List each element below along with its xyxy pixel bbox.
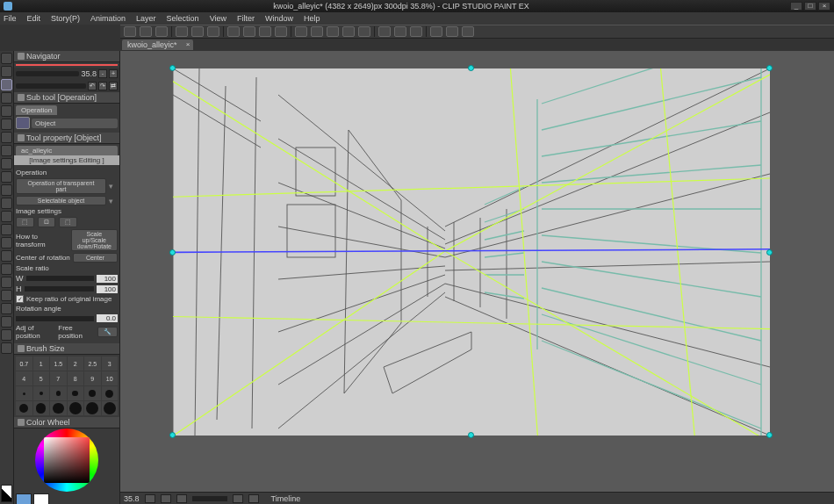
rotation-slider[interactable] xyxy=(16,316,94,321)
toolprop-header[interactable]: Tool property [Object] xyxy=(14,133,119,144)
swatch-bg[interactable] xyxy=(33,493,49,504)
rotate-cw-button[interactable]: ↷ xyxy=(98,82,107,90)
tool-blend-icon[interactable] xyxy=(1,237,12,248)
brush-dot-25[interactable] xyxy=(50,386,67,400)
subtool-tab[interactable]: Operation xyxy=(16,105,57,115)
anchor-c-button[interactable]: ⊡ xyxy=(38,217,55,227)
selectable-object-button[interactable]: Selectable object xyxy=(16,196,106,205)
tool-lasso-icon[interactable] xyxy=(1,132,12,143)
toolbar-zoom-icon[interactable] xyxy=(295,26,307,37)
brush-size-2[interactable]: 2 xyxy=(68,356,84,371)
toolbar-save-icon[interactable] xyxy=(155,26,168,37)
tool-brush-icon[interactable] xyxy=(1,184,12,196)
handle-mr[interactable] xyxy=(766,249,773,256)
toolbar-rec-icon[interactable] xyxy=(430,26,442,37)
brush-size-9[interactable]: 9 xyxy=(84,371,101,385)
tool-marquee-icon[interactable] xyxy=(1,105,12,117)
menu-edit[interactable]: Edit xyxy=(27,14,41,23)
brush-dot-80[interactable] xyxy=(68,401,84,415)
tool-eraser-icon[interactable] xyxy=(1,224,12,235)
subtool-header[interactable]: Sub tool [Operation] xyxy=(14,92,119,104)
handle-bc[interactable] xyxy=(468,432,474,438)
handle-tr[interactable] xyxy=(766,65,773,71)
zoom-in-icon[interactable] xyxy=(161,494,171,503)
fg-bg-swatch[interactable] xyxy=(1,485,12,502)
tool-decoration-icon[interactable] xyxy=(1,211,12,222)
brush-size-1[interactable]: 1 xyxy=(33,356,50,371)
toolbar-rotate-icon[interactable] xyxy=(342,26,355,37)
zoom-slider-bottom[interactable] xyxy=(192,496,227,501)
toolbar-new-icon[interactable] xyxy=(124,26,136,37)
handle-ml[interactable] xyxy=(169,249,176,256)
toolbar-help-icon[interactable] xyxy=(462,26,474,37)
handle-bl[interactable] xyxy=(169,432,176,438)
tool-eyedropper-icon[interactable] xyxy=(1,145,12,156)
brush-dot-35[interactable] xyxy=(84,386,101,400)
zoom-in-button[interactable]: + xyxy=(109,69,118,78)
toolbar-open-icon[interactable] xyxy=(140,26,152,37)
menu-window[interactable]: Window xyxy=(265,14,293,23)
brush-dot-30[interactable] xyxy=(68,386,84,400)
brush-size-3[interactable]: 3 xyxy=(102,356,119,371)
brush-size-8[interactable]: 8 xyxy=(68,371,84,385)
dropdown-icon[interactable]: ▾ xyxy=(109,182,118,191)
tool-text-icon[interactable] xyxy=(1,329,12,341)
navigator-header[interactable]: Navigator xyxy=(14,51,119,62)
navigator-thumbnail[interactable] xyxy=(16,64,118,66)
toolbar-play-icon[interactable] xyxy=(446,26,458,37)
h-slider[interactable] xyxy=(25,286,95,292)
tool-frame-icon[interactable] xyxy=(1,290,12,301)
brush-dot-60[interactable] xyxy=(33,401,50,415)
tab-close-icon[interactable]: × xyxy=(186,40,191,48)
anchor-br-button[interactable]: ⬚ xyxy=(59,217,77,227)
tool-balloon-icon[interactable] xyxy=(1,303,12,314)
tool-wand-icon[interactable] xyxy=(1,119,12,130)
color-wheel[interactable] xyxy=(14,428,119,492)
h-input[interactable]: 100 xyxy=(97,285,118,293)
menu-help[interactable]: Help xyxy=(304,14,320,23)
wrench-button[interactable]: 🔧 xyxy=(97,327,118,337)
flip-icon[interactable] xyxy=(248,494,259,503)
toolbar-100-icon[interactable] xyxy=(327,26,339,37)
zoom-out-button[interactable]: - xyxy=(98,69,107,78)
how-transform-value[interactable]: Scale up/Scale down/Rotate xyxy=(71,229,118,251)
tool-ruler-icon[interactable] xyxy=(1,316,12,328)
toolbar-grid-icon[interactable] xyxy=(394,26,406,37)
tool-fill-icon[interactable] xyxy=(1,250,12,262)
handle-tl[interactable] xyxy=(169,65,176,71)
brush-size-7[interactable]: 7 xyxy=(50,371,67,385)
tool-layermove-icon[interactable] xyxy=(1,92,12,104)
rotate-slider[interactable] xyxy=(16,83,86,89)
color-wheel-header[interactable]: Color Wheel xyxy=(14,417,119,428)
tool-move-icon[interactable] xyxy=(1,66,12,77)
swatch-fg[interactable] xyxy=(16,493,32,504)
zoom-out-icon[interactable] xyxy=(145,494,155,503)
tool-pencil-icon[interactable] xyxy=(1,171,12,183)
hue-wheel[interactable] xyxy=(35,428,98,492)
anchor-tl-button[interactable]: ⬚ xyxy=(16,217,34,227)
toolbar-select-icon[interactable] xyxy=(227,26,240,37)
tool-operation-icon[interactable] xyxy=(1,79,12,90)
brush-size-2.5[interactable]: 2.5 xyxy=(84,356,101,371)
brush-dot-70[interactable] xyxy=(50,401,67,415)
tool-zoom-icon[interactable] xyxy=(1,53,12,64)
toolprop-tab[interactable]: ac_alleyic xyxy=(16,146,118,155)
zoom-slider[interactable] xyxy=(16,71,79,76)
toolbar-fit-icon[interactable] xyxy=(311,26,323,37)
toolbar-mask-icon[interactable] xyxy=(275,26,287,37)
tool-correct-icon[interactable] xyxy=(1,342,12,354)
menu-selection[interactable]: Selection xyxy=(167,14,199,23)
toolbar-erase-icon[interactable] xyxy=(207,26,219,37)
toolbar-snap-icon[interactable] xyxy=(378,26,391,37)
tool-pen-icon[interactable] xyxy=(1,158,12,169)
tool-airbrush-icon[interactable] xyxy=(1,198,12,209)
w-slider[interactable] xyxy=(26,276,95,281)
toolbar-redo-icon[interactable] xyxy=(191,26,204,37)
menu-story[interactable]: Story(P) xyxy=(51,14,80,23)
canvas[interactable] xyxy=(173,68,770,436)
handle-br[interactable] xyxy=(766,432,773,438)
tool-gradient-icon[interactable] xyxy=(1,263,12,275)
brush-size-1.5[interactable]: 1.5 xyxy=(50,356,67,371)
keep-ratio-checkbox[interactable]: ✓ xyxy=(16,295,24,303)
menu-file[interactable]: File xyxy=(4,14,17,23)
